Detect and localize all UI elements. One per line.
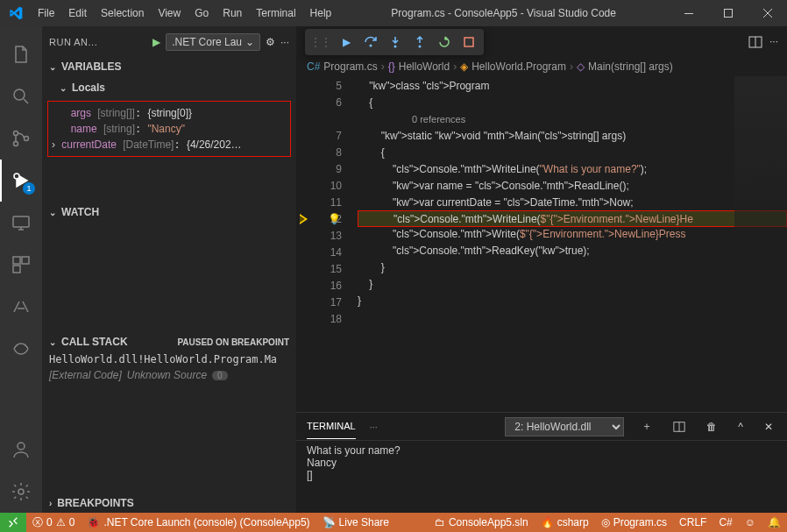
maximize-button[interactable] [708, 0, 748, 26]
liveshare-icon[interactable] [0, 328, 42, 370]
external-code-label: [External Code] [49, 369, 122, 381]
remote-explorer-icon[interactable] [0, 202, 42, 244]
svg-point-15 [419, 45, 422, 47]
variables-section-header[interactable]: ⌄VARIABLES [42, 57, 296, 76]
sql-icon[interactable] [0, 286, 42, 328]
more-actions-icon[interactable]: ··· [769, 35, 778, 49]
folder-icon: 🗀 [435, 516, 445, 528]
liveshare-status[interactable]: 📡Live Share [316, 513, 395, 532]
terminal-output[interactable]: What is your name? Nancy [] [296, 441, 787, 513]
stackframe-row[interactable]: HelloWorld.dll!HelloWorld.Program.Ma [42, 351, 296, 367]
search-icon[interactable] [0, 75, 42, 117]
file-indicator[interactable]: ◎Program.cs [595, 513, 673, 532]
run-debug-icon[interactable]: 1 [0, 160, 42, 202]
svg-point-3 [14, 131, 18, 136]
breadcrumb-method[interactable]: Main(string[] args) [588, 60, 673, 73]
step-over-button[interactable] [359, 32, 382, 52]
minimap[interactable] [734, 76, 787, 234]
variable-row[interactable]: › currentDate [DateTime]: {4/26/202… [48, 137, 290, 153]
gear-icon[interactable]: ⚙ [266, 36, 275, 48]
breakpoints-section-header[interactable]: ›BREAKPOINTS [42, 493, 296, 513]
debug-config-dropdown[interactable]: .NET Core Lau ⌄ [166, 33, 260, 51]
lang-indicator[interactable]: 🔥csharp [535, 513, 595, 532]
debug-status[interactable]: 🐞.NET Core Launch (console) (ConsoleApp5… [81, 513, 316, 532]
stop-button[interactable] [457, 32, 480, 52]
accounts-icon[interactable] [0, 429, 42, 471]
breadcrumb-file[interactable]: Program.cs [323, 60, 377, 73]
terminal-cursor: [] [307, 469, 776, 481]
close-button[interactable] [748, 0, 787, 26]
svg-point-13 [370, 44, 372, 46]
activity-bar: 1 [0, 26, 42, 513]
editor-body[interactable]: 56789101112131415161718 "kw">class "cls"… [296, 76, 787, 412]
more-icon[interactable]: ··· [280, 36, 289, 48]
debug-start-icon[interactable]: ▶ [152, 36, 160, 48]
svg-point-6 [14, 174, 19, 179]
svg-rect-16 [464, 38, 473, 46]
continue-button[interactable]: ▶ [335, 32, 358, 52]
solution-indicator[interactable]: 🗀ConsoleApp5.sln [429, 513, 535, 532]
error-icon: ⓧ [32, 515, 43, 530]
new-terminal-icon[interactable]: ＋ [638, 419, 656, 434]
maximize-panel-icon[interactable]: ^ [734, 421, 747, 433]
notifications-icon[interactable]: 🔔 [762, 513, 787, 532]
callstack-section-header[interactable]: ⌄ CALL STACK PAUSED ON BREAKPOINT [42, 332, 296, 351]
menu-help[interactable]: Help [303, 7, 339, 19]
source-control-icon[interactable] [0, 117, 42, 160]
breadcrumb-class[interactable]: HelloWorld.Program [471, 60, 566, 73]
menu-run[interactable]: Run [216, 7, 249, 19]
chevron-right-icon: › [52, 138, 55, 151]
code-content[interactable]: "kw">class "cls">Program {0 references "… [358, 76, 787, 412]
remote-indicator[interactable] [0, 513, 26, 532]
svg-point-2 [14, 89, 25, 100]
menu-file[interactable]: File [31, 7, 61, 19]
split-terminal-icon[interactable] [670, 421, 689, 433]
drag-handle-icon[interactable]: ⋮⋮ [308, 36, 333, 48]
restart-button[interactable] [433, 32, 456, 52]
close-panel-icon[interactable]: ✕ [761, 421, 776, 433]
minimize-button[interactable] [669, 0, 708, 26]
terminal-select[interactable]: 2: HelloWorld.dll [505, 417, 624, 436]
chevron-down-icon: ⌄ [49, 62, 56, 72]
menubar: File Edit Selection View Go Run Terminal… [31, 7, 338, 19]
svg-rect-9 [22, 257, 29, 264]
menu-selection[interactable]: Selection [94, 7, 151, 19]
locals-header[interactable]: ⌄Locals [60, 78, 296, 97]
variable-row[interactable]: args [string[]]: {string[0]} [48, 105, 290, 121]
step-out-button[interactable] [408, 32, 431, 52]
debug-toolbar[interactable]: ⋮⋮ ▶ [305, 29, 484, 55]
variables-label: VARIABLES [61, 60, 121, 73]
split-editor-icon[interactable] [748, 35, 762, 49]
chevron-right-icon: › [49, 499, 52, 508]
stackframe-external[interactable]: [External Code] Unknown Source 0 [42, 367, 296, 383]
langmode-indicator[interactable]: C# [713, 513, 738, 532]
extensions-icon[interactable] [0, 244, 42, 286]
menu-terminal[interactable]: Terminal [249, 7, 302, 19]
liveshare-icon: 📡 [323, 516, 336, 528]
debug-badge: 1 [23, 182, 35, 195]
problems-indicator[interactable]: ⓧ0⚠0 [26, 513, 81, 532]
eol-indicator[interactable]: CRLF [673, 513, 713, 532]
variable-row[interactable]: name [string]: "Nancy" [48, 121, 290, 137]
settings-gear-icon[interactable] [0, 471, 42, 513]
callstack-status: PAUSED ON BREAKPOINT [177, 337, 289, 347]
class-icon: ◈ [460, 60, 468, 73]
breadcrumb-namespace[interactable]: HelloWorld [399, 60, 450, 73]
menu-go[interactable]: Go [188, 7, 216, 19]
kill-terminal-icon[interactable]: 🗑 [703, 421, 720, 433]
svg-rect-7 [13, 216, 29, 227]
terminal-tab[interactable]: TERMINAL [307, 414, 356, 439]
watch-section-header[interactable]: ⌄WATCH [42, 202, 296, 222]
svg-point-12 [18, 489, 24, 494]
terminal-line: Nancy [307, 457, 776, 469]
terminal-line: What is your name? [307, 444, 776, 457]
more-tabs[interactable]: ··· [370, 415, 378, 439]
menu-edit[interactable]: Edit [61, 7, 94, 19]
explorer-icon[interactable] [0, 33, 42, 75]
svg-point-4 [14, 142, 18, 146]
svg-point-11 [18, 443, 25, 450]
breadcrumbs[interactable]: C# Program.cs › {} HelloWorld › ◈ HelloW… [296, 57, 787, 76]
feedback-icon[interactable]: ☺ [739, 513, 762, 532]
step-into-button[interactable] [384, 32, 407, 52]
menu-view[interactable]: View [151, 7, 188, 19]
